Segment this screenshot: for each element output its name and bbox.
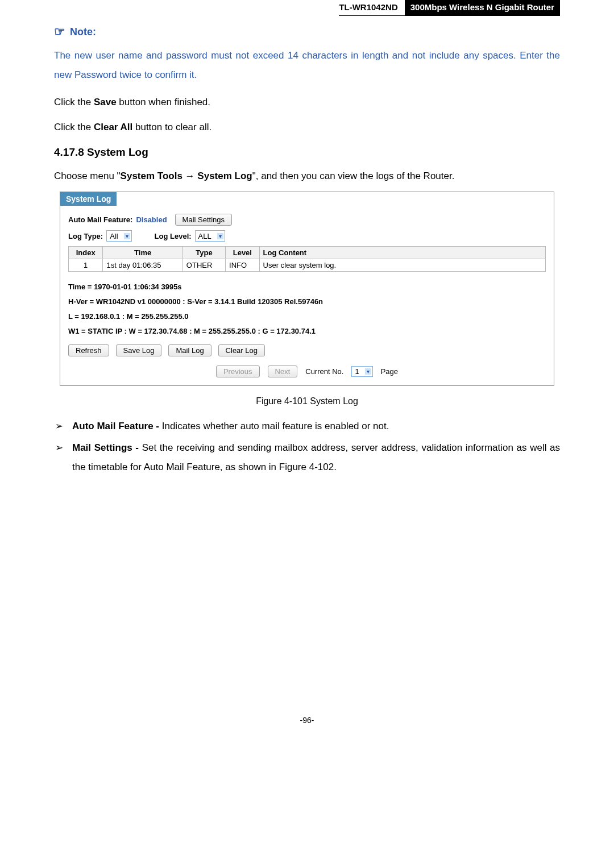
info-line-3: L = 192.168.0.1 : M = 255.255.255.0 xyxy=(68,309,554,324)
menu-path-2: System Log xyxy=(197,171,252,181)
chevron-down-icon: ▾ xyxy=(365,368,371,375)
system-info-block: Time = 1970-01-01 1:06:34 3995s H-Ver = … xyxy=(68,280,554,339)
info-line-4: W1 = STATIC IP : W = 172.30.74.68 : M = … xyxy=(68,324,554,339)
current-no-label: Current No. xyxy=(305,367,343,376)
text: button to clear all. xyxy=(132,122,211,132)
cell-time: 1st day 01:06:35 xyxy=(103,259,182,272)
refresh-button[interactable]: Refresh xyxy=(68,344,109,356)
page-select[interactable]: 1 ▾ xyxy=(351,366,372,377)
log-type-label: Log Type: xyxy=(68,232,103,240)
chevron-down-icon: ▾ xyxy=(217,233,223,239)
note-heading: ☞ Note: xyxy=(54,24,560,39)
page-number: -96- xyxy=(54,716,560,725)
auto-mail-status: Disabled xyxy=(136,215,167,224)
cell-level: INFO xyxy=(226,259,260,272)
panel-title: System Log xyxy=(60,192,117,206)
save-instruction: Click the Save button when finished. xyxy=(54,93,560,112)
list-item: ➢ Mail Settings - Set the receiving and … xyxy=(54,438,560,477)
choose-menu-line: Choose menu "System Tools → System Log",… xyxy=(54,167,560,186)
info-line-1: Time = 1970-01-01 1:06:34 3995s xyxy=(68,280,554,294)
triangle-bullet-icon: ➢ xyxy=(54,438,72,477)
mail-log-button[interactable]: Mail Log xyxy=(168,344,211,356)
col-level: Level xyxy=(226,247,260,259)
previous-button[interactable]: Previous xyxy=(216,366,260,377)
col-index: Index xyxy=(69,247,103,259)
menu-path-1: System Tools xyxy=(121,171,182,181)
bullet-2-text: Set the receiving and sending mailbox ad… xyxy=(72,442,560,472)
col-type: Type xyxy=(182,247,225,259)
col-time: Time xyxy=(103,247,182,259)
text: button when finished. xyxy=(117,97,210,107)
text: Choose menu " xyxy=(54,171,121,181)
table-header-row: Index Time Type Level Log Content xyxy=(69,247,546,259)
text: Click the xyxy=(54,122,94,132)
note-label: Note: xyxy=(70,26,96,38)
col-content: Log Content xyxy=(259,247,545,259)
log-level-select[interactable]: ALL ▾ xyxy=(195,230,225,242)
arrow-icon: → xyxy=(182,171,197,181)
save-log-button[interactable]: Save Log xyxy=(116,344,162,356)
save-word: Save xyxy=(94,97,117,107)
section-heading: 4.17.8 System Log xyxy=(54,146,560,159)
mail-settings-button[interactable]: Mail Settings xyxy=(175,214,232,226)
next-button[interactable]: Next xyxy=(268,366,298,377)
list-item: ➢ Auto Mail Feature - Indicates whether … xyxy=(54,417,560,436)
bullet-2-title: Mail Settings - xyxy=(72,442,139,453)
log-level-value: ALL xyxy=(198,232,211,240)
table-row: 1 1st day 01:06:35 OTHER INFO User clear… xyxy=(69,259,546,272)
chevron-down-icon: ▾ xyxy=(124,233,130,239)
bullet-1-text: Indicates whether auto mail feature is e… xyxy=(159,421,389,431)
clear-log-button[interactable]: Clear Log xyxy=(218,344,265,356)
figure-caption: Figure 4-101 System Log xyxy=(54,396,560,406)
clearall-instruction: Click the Clear All button to clear all. xyxy=(54,118,560,137)
auto-mail-label: Auto Mail Feature: xyxy=(68,215,132,224)
text: Click the xyxy=(54,97,94,107)
header-product: 300Mbps Wireless N Gigabit Router xyxy=(405,0,560,15)
cell-content: User clear system log. xyxy=(259,259,545,272)
page-value: 1 xyxy=(355,367,359,376)
cell-type: OTHER xyxy=(182,259,225,272)
bullet-1-title: Auto Mail Feature - xyxy=(72,421,159,431)
log-table: Index Time Type Level Log Content 1 1st … xyxy=(68,246,546,272)
system-log-screenshot: System Log Auto Mail Feature: Disabled M… xyxy=(60,192,554,386)
page-label: Page xyxy=(381,367,398,376)
log-type-value: All xyxy=(110,232,118,240)
pointing-hand-icon: ☞ xyxy=(54,24,65,39)
cell-index: 1 xyxy=(69,259,103,272)
log-level-label: Log Level: xyxy=(155,232,192,240)
info-line-2: H-Ver = WR1042ND v1 00000000 : S-Ver = 3… xyxy=(68,294,554,309)
log-type-select[interactable]: All ▾ xyxy=(106,230,131,242)
page-header: TL-WR1042ND 300Mbps Wireless N Gigabit R… xyxy=(339,0,560,16)
note-text: The new user name and password must not … xyxy=(54,46,560,85)
clearall-word: Clear All xyxy=(94,122,132,132)
text: ", and then you can view the logs of the… xyxy=(252,171,455,181)
header-model: TL-WR1042ND xyxy=(339,0,404,15)
triangle-bullet-icon: ➢ xyxy=(54,417,72,436)
pager: Previous Next Current No. 1 ▾ Page xyxy=(60,366,554,377)
